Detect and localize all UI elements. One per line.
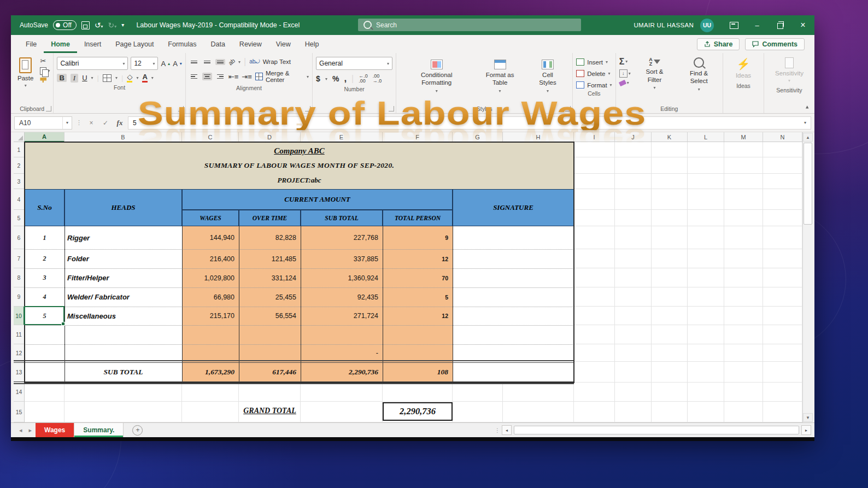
cell-L11[interactable] bbox=[688, 325, 724, 344]
cell-I6[interactable] bbox=[574, 226, 615, 249]
cell-N3[interactable] bbox=[763, 174, 802, 189]
cell-F14[interactable] bbox=[383, 383, 453, 402]
paste-button[interactable]: Paste▾ bbox=[14, 55, 37, 90]
value-cell[interactable]: 12 bbox=[383, 249, 448, 268]
underline-button[interactable]: U bbox=[82, 74, 87, 82]
cell-M14[interactable] bbox=[724, 383, 763, 402]
cell-A14[interactable] bbox=[25, 383, 64, 402]
cell-K4[interactable] bbox=[652, 189, 688, 210]
sensitivity-button[interactable]: Sensitivity▾ bbox=[772, 55, 807, 85]
confirm-entry-button[interactable]: ✓ bbox=[99, 119, 112, 127]
cell-N10[interactable] bbox=[763, 307, 802, 325]
wrap-text-button[interactable]: ab⤾Wrap Text bbox=[249, 58, 291, 65]
cell-B14[interactable] bbox=[64, 383, 182, 402]
cell-K10[interactable] bbox=[652, 307, 688, 325]
column-header-A[interactable]: A bbox=[25, 132, 64, 142]
value-cell[interactable]: 66,980 bbox=[182, 287, 234, 307]
cell-N8[interactable] bbox=[763, 268, 802, 287]
minimize-button[interactable]: – bbox=[746, 15, 769, 35]
cell-L3[interactable] bbox=[688, 174, 724, 189]
cell-M10[interactable] bbox=[724, 307, 763, 325]
cell-K3[interactable] bbox=[652, 174, 688, 189]
cut-button[interactable]: ✂ bbox=[40, 57, 50, 64]
horizontal-scroll-thumb[interactable] bbox=[514, 426, 799, 434]
cell-I15[interactable] bbox=[574, 402, 615, 422]
column-header-B[interactable]: B bbox=[64, 132, 182, 142]
head-cell[interactable]: Fitter/Helper bbox=[67, 268, 179, 287]
scroll-up-icon[interactable]: ▴ bbox=[803, 133, 813, 142]
value-cell[interactable]: 70 bbox=[383, 268, 448, 287]
cell-K13[interactable] bbox=[652, 362, 688, 383]
format-painter-button[interactable] bbox=[40, 78, 50, 83]
select-all-corner[interactable] bbox=[14, 132, 25, 142]
cell-D14[interactable] bbox=[239, 383, 301, 402]
value-cell[interactable]: 216,400 bbox=[182, 249, 234, 268]
spreadsheet-grid[interactable]: ABCDEFGHIJKLMN123456789101112131415Compa… bbox=[11, 132, 814, 422]
cell-M15[interactable] bbox=[724, 402, 763, 422]
cell-I2[interactable] bbox=[574, 157, 615, 174]
formula-input[interactable]: 5 ▾ bbox=[128, 116, 811, 130]
cell-E15[interactable] bbox=[301, 402, 383, 422]
number-format-select[interactable]: General▾ bbox=[316, 57, 392, 70]
align-right-button[interactable] bbox=[215, 73, 225, 81]
row-header-15[interactable]: 15 bbox=[14, 402, 25, 422]
increase-indent-button[interactable]: ⇥≡ bbox=[242, 73, 251, 80]
autosave-toggle[interactable]: Off bbox=[53, 20, 77, 30]
value-cell[interactable]: 9 bbox=[383, 226, 448, 249]
column-header-I[interactable]: I bbox=[574, 132, 615, 142]
cell-J8[interactable] bbox=[615, 268, 652, 287]
tab-file[interactable]: File bbox=[19, 35, 44, 53]
row-header-8[interactable]: 8 bbox=[14, 268, 25, 287]
number-dialog-launcher-icon[interactable] bbox=[389, 106, 394, 111]
decrease-indent-button[interactable]: ⇤≡ bbox=[228, 73, 238, 80]
cell-J13[interactable] bbox=[615, 362, 652, 383]
cell-N11[interactable] bbox=[763, 325, 802, 344]
autosum-button[interactable]: Σ▾ bbox=[619, 57, 631, 66]
name-box[interactable]: A10 ▾ bbox=[14, 116, 72, 130]
cell-L10[interactable] bbox=[688, 307, 724, 325]
cell-I10[interactable] bbox=[574, 307, 615, 325]
clipboard-dialog-launcher-icon[interactable] bbox=[46, 106, 51, 111]
cell-M11[interactable] bbox=[724, 325, 763, 344]
value-cell[interactable]: 331,124 bbox=[239, 268, 296, 287]
italic-button[interactable]: I bbox=[71, 74, 78, 83]
cell-N9[interactable] bbox=[763, 287, 802, 307]
scrollbar-resize-handle[interactable]: ⋮ bbox=[495, 427, 500, 433]
center-button[interactable] bbox=[202, 73, 212, 81]
cell-J5[interactable] bbox=[615, 210, 652, 226]
scroll-down-icon[interactable]: ▾ bbox=[803, 413, 813, 422]
dash-cell[interactable]: - bbox=[301, 344, 378, 362]
head-cell[interactable]: Folder bbox=[67, 249, 179, 268]
ribbon-display-options-button[interactable] bbox=[723, 15, 746, 35]
cell-I11[interactable] bbox=[574, 325, 615, 344]
value-cell[interactable]: 337,885 bbox=[301, 249, 378, 268]
cell-L13[interactable] bbox=[688, 362, 724, 383]
value-cell[interactable]: 227,768 bbox=[301, 226, 378, 249]
cell-M4[interactable] bbox=[724, 189, 763, 210]
font-size-select[interactable]: 12▾ bbox=[131, 57, 158, 70]
cell-I7[interactable] bbox=[574, 249, 615, 268]
cell-N15[interactable] bbox=[763, 402, 802, 422]
cell-B15[interactable] bbox=[64, 402, 182, 422]
cell-L15[interactable] bbox=[688, 402, 724, 422]
vertical-scroll-thumb[interactable] bbox=[804, 143, 812, 225]
cell-M2[interactable] bbox=[724, 157, 763, 174]
cell-M1[interactable] bbox=[724, 142, 763, 157]
cell-L1[interactable] bbox=[688, 142, 724, 157]
value-cell[interactable]: 271,724 bbox=[301, 307, 378, 325]
sheet-nav-right-icon[interactable]: ▸ bbox=[26, 427, 35, 434]
share-button[interactable]: Share bbox=[697, 38, 740, 50]
hscroll-left-arrow[interactable]: ◂ bbox=[502, 425, 512, 435]
sort-filter-button[interactable]: AZ Sort & Filter▾ bbox=[636, 55, 673, 92]
cell-M6[interactable] bbox=[724, 226, 763, 249]
column-header-F[interactable]: F bbox=[383, 132, 453, 142]
cell-J12[interactable] bbox=[615, 344, 652, 362]
decrease-decimal-button[interactable]: .00→.0 bbox=[373, 74, 382, 84]
cell-J10[interactable] bbox=[615, 307, 652, 325]
value-cell[interactable]: 12 bbox=[383, 307, 448, 325]
cell-L8[interactable] bbox=[688, 268, 724, 287]
cell-L4[interactable] bbox=[688, 189, 724, 210]
cell-N6[interactable] bbox=[763, 226, 802, 249]
cell-I4[interactable] bbox=[574, 189, 615, 210]
cell-G14[interactable] bbox=[453, 383, 503, 402]
